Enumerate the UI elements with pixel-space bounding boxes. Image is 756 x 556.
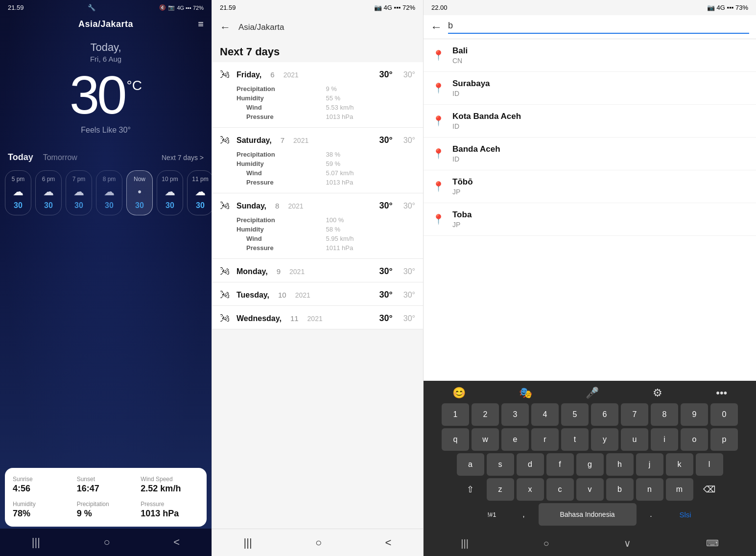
hour-card-7pm[interactable]: 7 pm ☁ 30 [66,170,92,215]
pressure-item: Pressure 1013 hPa [141,501,199,519]
tab-next7[interactable]: Next 7 days > [162,154,204,162]
key-d[interactable]: d [517,453,544,476]
key-m[interactable]: m [666,478,693,501]
key-language[interactable]: Bahasa Indonesia [539,503,637,526]
key-g[interactable]: g [576,453,604,476]
nav-home-p1[interactable]: ○ [104,536,110,549]
key-n[interactable]: n [636,478,663,501]
hour-card-10pm[interactable]: 10 pm ☁ 30 [157,170,183,215]
wind-item: Wind Speed 2.52 km/h [141,476,199,494]
result-country-kota: ID [452,122,521,130]
key-6[interactable]: 6 [591,403,618,426]
result-banda-aceh[interactable]: 📍 Banda Aceh ID [424,138,756,170]
settings-icon[interactable]: ⚙ [653,387,662,399]
wrench-icon: 🔧 [88,4,95,11]
temp-low-tuesday: 30° [403,291,415,300]
key-o[interactable]: o [681,428,708,451]
key-8[interactable]: 8 [651,403,678,426]
key-3[interactable]: 3 [501,403,529,426]
day-name-saturday: Saturday, [236,136,272,145]
result-kota-banda-aceh[interactable]: 📍 Kota Banda Aceh ID [424,105,756,138]
key-v[interactable]: v [576,478,604,501]
hour-card-now[interactable]: Now • 30 [126,170,153,215]
tab-today[interactable]: Today [8,152,33,162]
key-1[interactable]: 1 [442,403,469,426]
key-l[interactable]: l [696,453,723,476]
mic-icon[interactable]: 🎤 [586,387,599,399]
humidity-val-sat: 59 % [326,160,416,167]
result-tobo[interactable]: 📍 Tōbō JP [424,170,756,203]
key-action[interactable]: Slsi [666,503,705,526]
key-shift[interactable]: ⇧ [457,478,484,501]
key-u[interactable]: u [621,428,648,451]
key-9[interactable]: 9 [681,403,708,426]
day-year-friday: 2021 [284,71,299,79]
hour-label: 10 pm [162,176,178,183]
key-z[interactable]: z [487,478,514,501]
nav-back-p2[interactable]: < [385,536,392,549]
key-comma[interactable]: , [512,503,536,526]
pressure-key: Pressure [246,113,326,120]
key-symbols[interactable]: !#1 [475,503,509,526]
date-today: Today, [0,41,212,54]
result-surabaya[interactable]: 📍 Surabaya ID [424,72,756,105]
key-a[interactable]: a [457,453,484,476]
key-2[interactable]: 2 [472,403,499,426]
time-p3: 22.00 [431,4,448,11]
key-c[interactable]: c [546,478,574,501]
key-x[interactable]: x [517,478,544,501]
key-j[interactable]: j [636,453,663,476]
result-toba[interactable]: 📍 Toba JP [424,203,756,236]
time-p1: 21.59 [8,4,24,11]
key-t[interactable]: t [561,428,589,451]
key-h[interactable]: h [606,453,634,476]
key-7[interactable]: 7 [621,403,648,426]
wind-key-sun: Wind [246,235,326,242]
key-y[interactable]: y [591,428,618,451]
nav-recent-p3[interactable]: ||| [461,538,469,549]
precip-val-sun: 100 % [326,216,416,224]
back-button-p2[interactable]: ← [220,21,231,34]
key-e[interactable]: e [501,428,529,451]
nav-bar-p2: ||| ○ < [212,529,423,556]
nav-back-p1[interactable]: < [173,536,180,549]
nav-recent-p2[interactable]: ||| [244,536,252,549]
key-4[interactable]: 4 [531,403,559,426]
temp-high-sunday: 30° [379,201,393,211]
back-button-p3[interactable]: ← [430,20,442,34]
keyboard: 😊 🎭 🎤 ⚙ ••• 1 2 3 4 5 6 7 8 9 0 q w e r … [424,381,756,531]
hour-card-5pm[interactable]: 5 pm ☁ 30 [5,170,31,215]
hour-card-8pm[interactable]: 8 pm ☁ 30 [96,170,122,215]
key-period[interactable]: . [639,503,663,526]
wind-val: 2.52 km/h [141,484,199,494]
nav-home-p2[interactable]: ○ [315,536,322,549]
hour-card-11pm[interactable]: 11 pm ☁ 30 [187,170,212,215]
key-p[interactable]: p [710,428,738,451]
nav-recent-p1[interactable]: ||| [32,536,40,549]
keyboard-icon-p3[interactable]: ⌨ [706,538,719,549]
menu-icon[interactable]: ≡ [198,19,204,30]
key-k[interactable]: k [666,453,693,476]
nav-home-p3[interactable]: ○ [543,538,549,549]
result-country-surabaya: ID [452,90,490,97]
more-icon[interactable]: ••• [716,387,727,399]
key-0[interactable]: 0 [710,403,738,426]
key-i[interactable]: i [651,428,678,451]
hour-card-6pm[interactable]: 6 pm ☁ 30 [35,170,62,215]
key-q[interactable]: q [442,428,469,451]
key-s[interactable]: s [487,453,514,476]
sticker-icon[interactable]: 🎭 [519,387,532,399]
emoji-icon[interactable]: 😊 [452,387,466,399]
result-bali[interactable]: 📍 Bali CN [424,39,756,72]
nav-down-p3[interactable]: ∨ [624,537,631,549]
tab-tomorrow[interactable]: Tomorrow [43,153,77,162]
search-input-wrap[interactable] [448,21,749,34]
key-r[interactable]: r [531,428,559,451]
key-b[interactable]: b [606,478,634,501]
key-5[interactable]: 5 [561,403,589,426]
result-info-bali: Bali CN [452,46,468,65]
key-backspace[interactable]: ⌫ [696,478,723,501]
key-w[interactable]: w [472,428,499,451]
key-f[interactable]: f [546,453,574,476]
search-input[interactable] [448,21,749,31]
